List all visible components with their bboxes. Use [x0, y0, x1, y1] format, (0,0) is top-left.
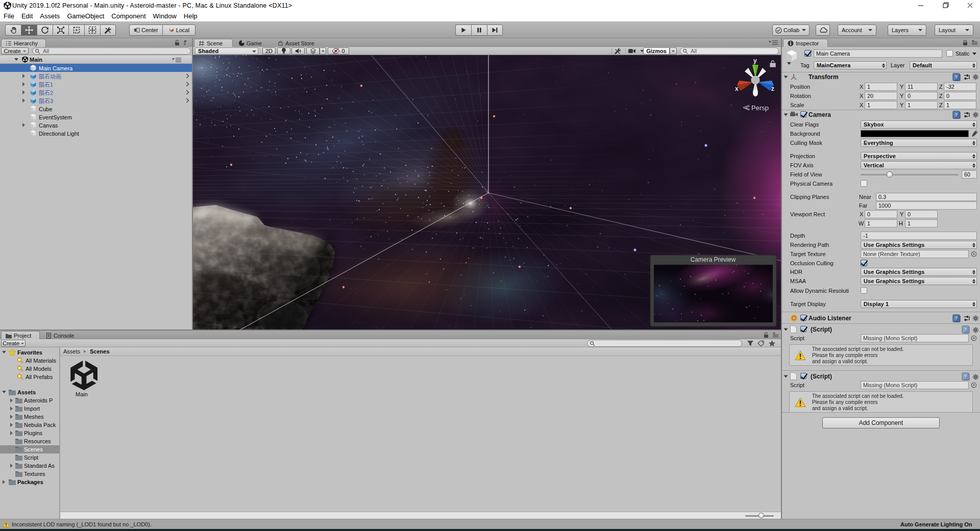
svg-text:Camera Preview: Camera Preview	[691, 256, 736, 263]
svg-text:z: z	[771, 85, 774, 92]
svg-text:?: ?	[955, 74, 958, 80]
svg-text:Persp: Persp	[751, 104, 769, 112]
svg-text:?: ?	[964, 327, 967, 332]
svg-text:?: ?	[955, 112, 958, 117]
svg-text:x: x	[735, 85, 739, 92]
svg-text:y: y	[753, 57, 757, 64]
svg-text:?: ?	[964, 374, 967, 379]
svg-text:?: ?	[955, 316, 958, 321]
